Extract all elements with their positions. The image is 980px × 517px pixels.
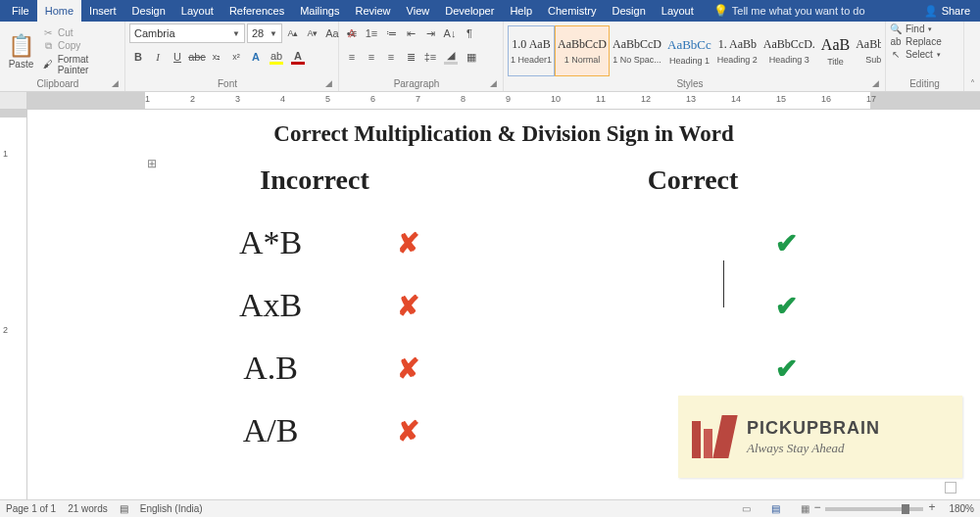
status-page[interactable]: Page 1 of 1 bbox=[6, 503, 56, 514]
underline-button[interactable]: U bbox=[169, 47, 186, 67]
ruler-mark: 3 bbox=[235, 94, 240, 104]
shrink-font-button[interactable]: A▾ bbox=[304, 24, 321, 43]
highlight-button[interactable]: ab bbox=[267, 47, 286, 67]
collapse-ribbon-icon[interactable]: ˄ bbox=[970, 78, 975, 89]
font-size-combobox[interactable]: 28 ▼ bbox=[247, 24, 282, 43]
tab-review[interactable]: Review bbox=[348, 0, 399, 22]
align-center-button[interactable]: ≡ bbox=[363, 47, 380, 67]
style-heading-2[interactable]: 1. AaBbHeading 2 bbox=[714, 25, 760, 76]
tab-layout[interactable]: Layout bbox=[173, 0, 221, 22]
read-mode-button[interactable]: ▭ bbox=[737, 503, 755, 514]
tab-design[interactable]: Design bbox=[124, 0, 173, 22]
superscript-button[interactable]: x² bbox=[227, 47, 245, 67]
ruler-mark: 1 bbox=[3, 149, 8, 159]
text-cursor bbox=[723, 260, 724, 307]
ruler-mark: 17 bbox=[866, 94, 876, 104]
tab-mailings[interactable]: Mailings bbox=[292, 0, 347, 22]
correct-heading: Correct bbox=[504, 164, 882, 196]
status-word-count[interactable]: 21 words bbox=[68, 503, 108, 514]
ribbon: 📋 Paste ✂ Cut ⧉ Copy 🖌 Format Painter Cl… bbox=[0, 22, 980, 92]
select-button[interactable]: ↖ Select ▾ bbox=[890, 49, 941, 60]
tab-home[interactable]: Home bbox=[37, 0, 81, 22]
style-title[interactable]: AaBTitle bbox=[818, 25, 853, 76]
align-left-button[interactable]: ≡ bbox=[343, 47, 361, 67]
zoom-in-button[interactable]: + bbox=[928, 500, 935, 514]
tab-view[interactable]: View bbox=[399, 0, 438, 22]
zoom-out-button[interactable]: − bbox=[813, 500, 820, 514]
tab-chemistry[interactable]: Chemistry bbox=[540, 0, 605, 22]
font-color-button[interactable]: A bbox=[288, 47, 308, 67]
zoom-thumb[interactable] bbox=[902, 504, 909, 514]
table-row: A*B ✘ bbox=[125, 212, 504, 274]
zoom-level[interactable]: 180% bbox=[949, 503, 974, 514]
style-heading-1[interactable]: AaBbCcHeading 1 bbox=[664, 25, 714, 76]
web-layout-button[interactable]: ▦ bbox=[796, 503, 813, 514]
font-name-combobox[interactable]: Cambria ▼ bbox=[129, 24, 245, 43]
table-resize-handle[interactable] bbox=[945, 482, 956, 494]
style-name: 1 Header1 bbox=[511, 55, 552, 65]
styles-launcher-icon[interactable]: ◢ bbox=[872, 78, 879, 88]
style-name: Title bbox=[827, 57, 844, 67]
tab-design-2[interactable]: Design bbox=[605, 0, 654, 22]
font-group-label: Font bbox=[218, 78, 237, 89]
text-effects-button[interactable]: A bbox=[247, 47, 265, 67]
numbering-button[interactable]: 1≡ bbox=[363, 24, 380, 43]
tab-insert[interactable]: Insert bbox=[81, 0, 124, 22]
style-subtitle[interactable]: AaBbCcDSubtitle bbox=[853, 25, 881, 76]
grow-font-button[interactable]: A▴ bbox=[284, 24, 302, 43]
shading-button[interactable]: ◢ bbox=[441, 47, 461, 67]
increase-indent-button[interactable]: ⇥ bbox=[421, 24, 439, 43]
font-launcher-icon[interactable]: ◢ bbox=[325, 78, 332, 88]
italic-button[interactable]: I bbox=[149, 47, 167, 67]
clipboard-launcher-icon[interactable]: ◢ bbox=[112, 78, 119, 88]
paste-button[interactable]: 📋 Paste bbox=[4, 31, 38, 71]
copy-label: Copy bbox=[58, 40, 80, 51]
bold-button[interactable]: B bbox=[129, 47, 147, 67]
decrease-indent-button[interactable]: ⇤ bbox=[402, 24, 419, 43]
tab-references[interactable]: References bbox=[221, 0, 292, 22]
share-button[interactable]: 👤 Share bbox=[924, 5, 976, 18]
tell-me-search[interactable]: 💡 Tell me what you want to do bbox=[713, 4, 865, 18]
print-layout-button[interactable]: ▤ bbox=[766, 503, 784, 514]
subscript-button[interactable]: x₂ bbox=[208, 47, 225, 67]
find-button[interactable]: 🔍 Find ▾ bbox=[890, 24, 932, 34]
justify-button[interactable]: ≣ bbox=[402, 47, 419, 67]
tab-help[interactable]: Help bbox=[502, 0, 540, 22]
zoom-slider[interactable]: − + bbox=[825, 507, 923, 511]
horizontal-ruler[interactable]: 1234567891011121314151617 bbox=[27, 92, 980, 109]
cut-button[interactable]: ✂ Cut bbox=[42, 27, 121, 38]
align-right-button[interactable]: ≡ bbox=[382, 47, 400, 67]
brand-watermark: PICKUPBRAIN Always Stay Ahead bbox=[678, 396, 962, 478]
style-1-normal[interactable]: AaBbCcD1 Normal bbox=[555, 25, 610, 76]
strikethrough-button[interactable]: abc bbox=[188, 47, 206, 67]
status-language[interactable]: English (India) bbox=[140, 503, 203, 514]
paragraph-launcher-icon[interactable]: ◢ bbox=[490, 78, 497, 88]
show-marks-button[interactable]: ¶ bbox=[461, 24, 478, 43]
borders-button[interactable]: ▦ bbox=[463, 47, 480, 67]
highlight-icon: ab bbox=[270, 50, 282, 62]
format-painter-button[interactable]: 🖌 Format Painter bbox=[42, 54, 121, 75]
bullets-button[interactable]: •≡ bbox=[343, 24, 361, 43]
tab-file[interactable]: File bbox=[4, 0, 37, 22]
line-spacing-button[interactable]: ‡≡ bbox=[421, 47, 439, 67]
tab-layout-2[interactable]: Layout bbox=[654, 0, 702, 22]
chevron-down-icon: ▾ bbox=[928, 25, 932, 33]
shading-swatch bbox=[444, 62, 458, 65]
copy-button[interactable]: ⧉ Copy bbox=[42, 40, 121, 52]
spellcheck-icon[interactable]: ▤ bbox=[120, 503, 128, 514]
style-1-header1[interactable]: 1.0 AaB1 Header1 bbox=[508, 25, 555, 76]
style-1-no-spac-[interactable]: AaBbCcD1 No Spac... bbox=[610, 25, 664, 76]
sort-button[interactable]: A↓ bbox=[441, 24, 459, 43]
style-heading-3[interactable]: AaBbCcD.Heading 3 bbox=[760, 25, 818, 76]
ruler-mark: 6 bbox=[370, 94, 375, 104]
vertical-ruler[interactable]: 12 bbox=[0, 110, 27, 499]
share-label: Share bbox=[942, 5, 970, 17]
cursor-icon: ↖ bbox=[890, 49, 902, 60]
tab-developer[interactable]: Developer bbox=[437, 0, 502, 22]
font-size-value: 28 bbox=[252, 27, 264, 39]
style-name: 1 Normal bbox=[564, 55, 601, 65]
page-surface[interactable]: Correct Multiplication & Division Sign i… bbox=[27, 110, 980, 499]
multilevel-list-button[interactable]: ≔ bbox=[382, 24, 400, 43]
style-sample: AaBbCcD bbox=[612, 37, 662, 52]
replace-button[interactable]: ab Replace bbox=[890, 36, 942, 47]
